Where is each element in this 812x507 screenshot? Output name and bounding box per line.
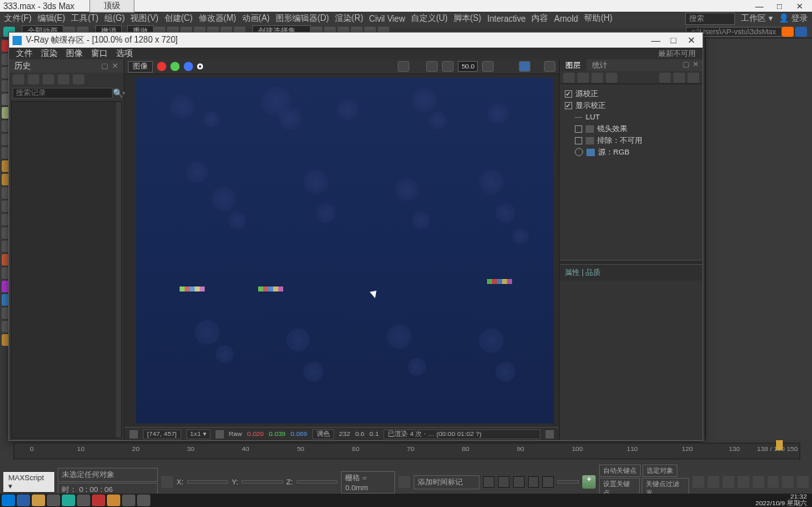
- vray-titlebar[interactable]: V-Ray 帧缓存区 - [100.0% of 1280 x 720] — □ …: [9, 33, 703, 48]
- hist-ab-icon[interactable]: [43, 74, 54, 84]
- timeline-ruler[interactable]: 0 10 20 30 40 50 60 70 80 90 100 110 120…: [13, 443, 800, 459]
- menu-custom[interactable]: 自定义(U): [411, 13, 448, 24]
- nav-icon[interactable]: [708, 476, 719, 488]
- nav-icon[interactable]: [723, 476, 734, 488]
- system-clock[interactable]: 21:322022/10/9 星期六: [752, 494, 810, 507]
- task-icon[interactable]: [137, 494, 150, 506]
- timeline-knob[interactable]: [776, 440, 783, 450]
- next-frame-icon[interactable]: [528, 476, 540, 488]
- search-icon[interactable]: 🔍: [113, 89, 123, 98]
- selected-button[interactable]: 选定对象: [642, 464, 678, 477]
- signin-icon[interactable]: 👤 登录: [779, 13, 808, 24]
- goto-start-icon[interactable]: [483, 476, 495, 488]
- command-panel[interactable]: [705, 38, 812, 439]
- menu-arnold[interactable]: Arnold: [554, 14, 578, 23]
- layer-undo-icon[interactable]: [673, 73, 685, 83]
- nav-icon[interactable]: [693, 476, 704, 488]
- frame-input[interactable]: [557, 480, 579, 484]
- menu-render[interactable]: 渲染(R): [335, 13, 363, 24]
- track-icon[interactable]: [442, 61, 454, 72]
- close-icon[interactable]: ✕: [790, 2, 809, 11]
- lock-icon[interactable]: [161, 476, 173, 488]
- history-search[interactable]: [13, 88, 113, 99]
- layer-folder-icon[interactable]: [577, 73, 589, 83]
- tree-node[interactable]: 排除：不可用: [597, 135, 642, 146]
- mono-icon[interactable]: [482, 61, 494, 72]
- task-icon[interactable]: [92, 494, 105, 506]
- task-icon[interactable]: [47, 494, 60, 506]
- layer-save-icon[interactable]: [591, 73, 603, 83]
- hist-opt-icon[interactable]: [73, 74, 84, 84]
- check-icon[interactable]: [565, 102, 572, 109]
- vray-max-icon[interactable]: □: [665, 35, 682, 46]
- timeline[interactable]: 0 10 20 30 40 50 60 70 80 90 100 110 120…: [13, 443, 800, 459]
- tab-stats[interactable]: 统计: [586, 59, 613, 71]
- prev-frame-icon[interactable]: [498, 476, 510, 488]
- task-icon[interactable]: [107, 494, 120, 506]
- menu-content[interactable]: 内容: [531, 13, 548, 24]
- tree-node[interactable]: 源校正: [576, 89, 598, 99]
- render-canvas[interactable]: [136, 78, 554, 423]
- vray-min-icon[interactable]: —: [647, 35, 664, 46]
- task-icon[interactable]: [17, 494, 30, 506]
- menu-view[interactable]: 视图(V): [130, 13, 158, 24]
- start-icon[interactable]: [2, 494, 15, 506]
- layer-tree[interactable]: 源校正 显示校正 —LUT 镜头效果 排除：不可用 源：RGB: [560, 84, 703, 260]
- autokey-button[interactable]: 自动关键点: [599, 464, 641, 477]
- keyframe-plus-icon[interactable]: +: [582, 475, 596, 489]
- snap-icon[interactable]: [398, 476, 410, 488]
- vmenu-options[interactable]: 选项: [116, 48, 133, 59]
- nav-icon[interactable]: [797, 476, 809, 488]
- menu-anim[interactable]: 动画(A): [242, 13, 270, 24]
- hist-load-icon[interactable]: [28, 74, 39, 84]
- menu-create[interactable]: 创建(C): [165, 13, 193, 24]
- menu-civil[interactable]: Civil View: [369, 14, 405, 23]
- menu-modifier[interactable]: 修改器(M): [199, 13, 236, 24]
- task-icon[interactable]: [62, 494, 75, 506]
- hist-close-icon[interactable]: ✕: [112, 62, 119, 70]
- info-icon[interactable]: [546, 430, 554, 439]
- min-icon[interactable]: —: [750, 2, 769, 11]
- check-icon[interactable]: [565, 90, 572, 98]
- restore-icon[interactable]: □: [770, 2, 789, 11]
- menu-graph[interactable]: 图形编辑器(D): [276, 13, 329, 24]
- vmenu-file[interactable]: 文件: [16, 48, 33, 59]
- task-icon[interactable]: [77, 494, 90, 506]
- scale-dropdown[interactable]: 1x1 ▾: [186, 429, 211, 439]
- picker-icon[interactable]: [129, 430, 138, 439]
- timemark-input[interactable]: 添加时间标记: [414, 475, 480, 489]
- stop-icon[interactable]: [544, 61, 556, 72]
- history-list[interactable]: [11, 101, 122, 439]
- vray-close-icon[interactable]: ✕: [683, 35, 699, 46]
- vmenu-image[interactable]: 图像: [66, 48, 83, 59]
- tree-node[interactable]: LUT: [586, 113, 600, 121]
- tool-icon[interactable]: [795, 27, 807, 37]
- tool-icon[interactable]: [782, 27, 794, 37]
- nav-icon[interactable]: [768, 476, 779, 488]
- channel-dropdown[interactable]: 图像: [128, 61, 153, 73]
- scene-tab[interactable]: 顶级: [89, 0, 134, 13]
- menu-group[interactable]: 组(G): [104, 13, 124, 24]
- nav-icon[interactable]: [782, 476, 794, 488]
- tab-collapse-icon[interactable]: ▢ ✕: [679, 59, 703, 71]
- menu-script[interactable]: 脚本(S): [454, 13, 481, 24]
- menu-tools[interactable]: 工具(T): [71, 13, 99, 24]
- render-teapot-icon[interactable]: [519, 61, 530, 72]
- save-icon[interactable]: [398, 61, 409, 72]
- region-icon[interactable]: [426, 61, 438, 72]
- task-icon[interactable]: [32, 494, 45, 506]
- menu-search[interactable]: 搜索: [685, 13, 735, 25]
- vmenu-render[interactable]: 渲染: [41, 48, 58, 59]
- check-icon[interactable]: [575, 125, 582, 133]
- red-channel-icon[interactable]: [157, 62, 166, 71]
- hist-del-icon[interactable]: [58, 74, 69, 84]
- tree-node[interactable]: 镜头效果: [597, 124, 627, 134]
- z-input[interactable]: [297, 480, 337, 484]
- goto-end-icon[interactable]: [542, 476, 554, 488]
- tree-node[interactable]: 显示校正: [576, 100, 606, 111]
- menu-edit[interactable]: 编辑(E): [38, 13, 65, 24]
- menu-interactive[interactable]: Interactive: [487, 14, 525, 23]
- hist-collapse-icon[interactable]: ▢: [101, 62, 109, 70]
- layer-add-icon[interactable]: [563, 73, 575, 83]
- workspace-dropdown[interactable]: 工作区 ▾: [741, 13, 773, 24]
